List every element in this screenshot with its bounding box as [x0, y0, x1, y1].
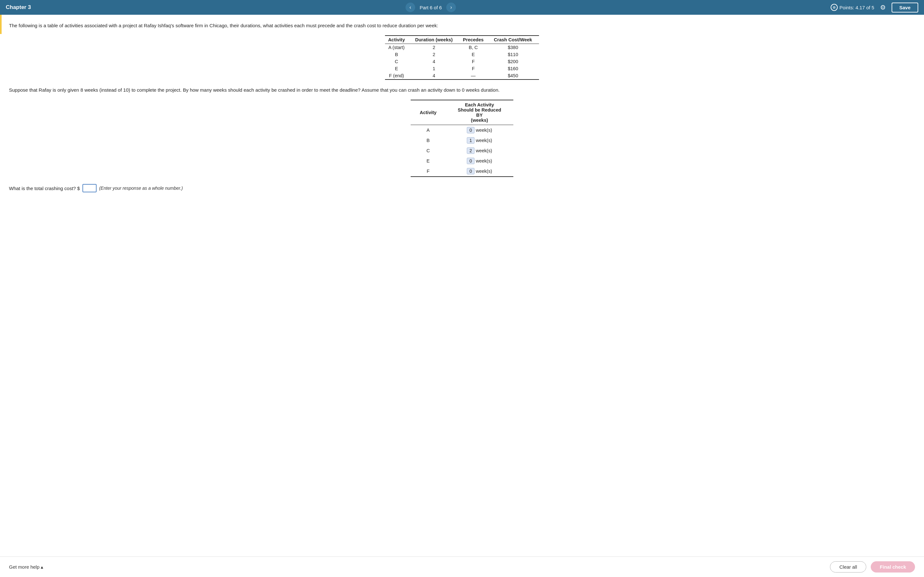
table-cell: F [460, 58, 491, 65]
table-row: E0week(s) [411, 156, 513, 166]
bottom-bar: Get more help ▴ Clear all Final check [0, 556, 924, 577]
next-arrow[interactable]: › [446, 3, 456, 12]
unit-label: week(s) [476, 169, 492, 174]
table-row: F0week(s) [411, 166, 513, 177]
top-bar: Chapter 3 ‹ Part 6 of 6 › ⊗ Points: 4.17… [0, 0, 924, 15]
chapter-title: Chapter 3 [6, 4, 31, 11]
unit-label: week(s) [476, 148, 492, 153]
reduction-value-cell: 0week(s) [446, 125, 513, 135]
value-cell: 0week(s) [467, 168, 492, 174]
table-cell: $200 [491, 58, 539, 65]
table-row: A0week(s) [411, 125, 513, 135]
nav-center: ‹ Part 6 of 6 › [405, 3, 456, 12]
total-cost-input[interactable] [82, 184, 97, 192]
points-badge: ⊗ Points: 4.17 of 5 [830, 4, 874, 11]
table-cell: B [385, 51, 412, 58]
bottom-right-btns: Clear all Final check [830, 561, 915, 572]
final-check-button[interactable]: Final check [871, 561, 915, 572]
settings-icon[interactable]: ⚙ [880, 3, 886, 11]
table-cell: E [385, 65, 412, 72]
reduction-value-cell: 2week(s) [446, 145, 513, 156]
main-content: The following is a table of activities a… [0, 15, 924, 556]
table-row: E1F$160 [385, 65, 540, 72]
total-cost-hint: (Enter your response as a whole number.) [99, 185, 183, 191]
table-cell: 4 [412, 72, 460, 79]
col-duration: Duration (weeks) [412, 35, 460, 44]
reduction-activity-cell: B [411, 135, 446, 145]
table-cell: F [460, 65, 491, 72]
unit-label: week(s) [476, 127, 492, 133]
unit-label: week(s) [476, 158, 492, 163]
reduction-activity-cell: E [411, 156, 446, 166]
reduction-activity-cell: F [411, 166, 446, 177]
reduction-activity-cell: A [411, 125, 446, 135]
table-cell: 4 [412, 58, 460, 65]
value-cell: 0week(s) [467, 127, 492, 133]
value-cell: 1week(s) [467, 137, 492, 143]
table-cell: A (start) [385, 44, 412, 51]
table-cell: $380 [491, 44, 539, 51]
table-cell: 2 [412, 44, 460, 51]
reduction-table-wrap: Activity Each ActivityShould be ReducedB… [9, 100, 915, 177]
table-cell: $160 [491, 65, 539, 72]
table-cell: B, C [460, 44, 491, 51]
question-text: The following is a table of activities a… [9, 22, 915, 29]
col-activity: Activity [385, 35, 412, 44]
clear-all-button[interactable]: Clear all [830, 561, 866, 572]
value-box: 0 [467, 168, 475, 174]
unit-label: week(s) [476, 138, 492, 143]
value-box: 2 [467, 147, 475, 154]
activity-table-wrap: Activity Duration (weeks) Precedes Crash… [9, 35, 915, 80]
total-cost-row: What is the total crashing cost? $ (Ente… [9, 184, 915, 192]
reduction-table: Activity Each ActivityShould be ReducedB… [411, 100, 513, 177]
activity-table: Activity Duration (weeks) Precedes Crash… [385, 35, 540, 80]
value-box: 0 [467, 158, 475, 164]
table-cell: $110 [491, 51, 539, 58]
reduction-value-cell: 0week(s) [446, 166, 513, 177]
part-label: Part 6 of 6 [420, 5, 442, 10]
reduction-col-value: Each ActivityShould be ReducedBY(weeks) [446, 100, 513, 125]
table-cell: F (end) [385, 72, 412, 79]
table-row: C4F$200 [385, 58, 540, 65]
points-label: Points: 4.17 of 5 [840, 5, 874, 10]
table-cell: $450 [491, 72, 539, 79]
value-cell: 2week(s) [467, 147, 492, 154]
get-more-help[interactable]: Get more help ▴ [9, 564, 43, 570]
value-box: 0 [467, 127, 475, 133]
table-cell: 2 [412, 51, 460, 58]
table-cell: C [385, 58, 412, 65]
left-accent [0, 15, 2, 34]
total-cost-label: What is the total crashing cost? $ [9, 185, 80, 191]
table-cell: E [460, 51, 491, 58]
table-cell: 1 [412, 65, 460, 72]
dollar-input-wrap [82, 184, 97, 192]
table-row: F (end)4—$450 [385, 72, 540, 79]
reduction-col-activity: Activity [411, 100, 446, 125]
prev-arrow[interactable]: ‹ [405, 3, 415, 12]
table-cell: — [460, 72, 491, 79]
chevron-up-icon: ▴ [41, 564, 43, 570]
table-row: C2week(s) [411, 145, 513, 156]
reduction-activity-cell: C [411, 145, 446, 156]
top-bar-right: ⊗ Points: 4.17 of 5 ⚙ Save [830, 3, 918, 13]
col-crash-cost: Crash Cost/Week [491, 35, 539, 44]
reduction-value-cell: 1week(s) [446, 135, 513, 145]
points-icon: ⊗ [830, 4, 838, 11]
value-box: 1 [467, 137, 475, 143]
save-button[interactable]: Save [892, 3, 918, 13]
table-row: B1week(s) [411, 135, 513, 145]
table-row: A (start)2B, C$380 [385, 44, 540, 51]
table-row: B2E$110 [385, 51, 540, 58]
value-cell: 0week(s) [467, 158, 492, 164]
suppose-text: Suppose that Rafay is only given 8 weeks… [9, 86, 915, 94]
reduction-value-cell: 0week(s) [446, 156, 513, 166]
get-more-help-label: Get more help [9, 564, 39, 570]
col-precedes: Precedes [460, 35, 491, 44]
